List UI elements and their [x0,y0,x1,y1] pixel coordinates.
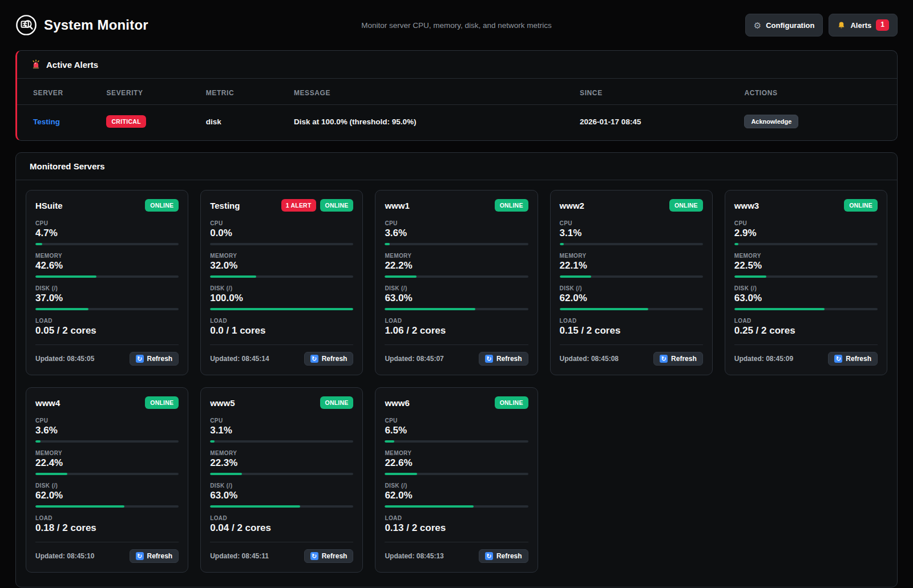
col-header-message: MESSAGE [288,79,574,105]
cpu-label: CPU [385,417,528,424]
disk-value: 62.0% [560,293,703,304]
memory-label: MEMORY [210,450,353,456]
updated-timestamp: Updated: 08:45:14 [210,355,269,363]
cpu-progress-bar [35,440,179,443]
memory-label: MEMORY [210,253,353,259]
cpu-metric: CPU 2.9% [734,220,878,245]
monitored-servers-panel: Monitored Servers HSuite ONLINE CPU 4.7%… [15,152,898,587]
memory-value: 22.3% [210,457,353,469]
disk-progress-bar [210,505,353,508]
memory-progress-bar [734,275,878,278]
cpu-progress-bar [385,243,528,245]
load-value: 0.0 / 1 cores [210,325,353,336]
disk-metric: DISK (/) 63.0% [734,285,878,310]
status-badge: ONLINE [844,199,878,212]
monitored-servers-header: Monitored Servers [16,153,897,180]
memory-progress-bar [210,473,353,475]
siren-icon [31,59,41,70]
cpu-label: CPU [385,220,528,226]
server-card: www2 ONLINE CPU 3.1% MEMORY 22.1% DISK (… [550,190,713,375]
load-metric: LOAD 0.13 / 2 cores [385,515,528,534]
disk-label: DISK (/) [560,285,703,291]
memory-value: 42.6% [35,260,179,271]
configuration-button-label: Configuration [766,21,814,30]
refresh-button-label: Refresh [496,355,522,363]
card-divider [35,542,179,542]
server-card: www3 ONLINE CPU 2.9% MEMORY 22.5% DISK (… [725,190,887,375]
memory-metric: MEMORY 42.6% [35,253,179,278]
load-value: 0.25 / 2 cores [734,325,878,336]
memory-metric: MEMORY 22.5% [734,253,878,278]
refresh-button-label: Refresh [322,552,348,560]
alerts-button[interactable]: Alerts 1 [829,14,898,37]
disk-progress-bar [35,308,179,310]
memory-value: 32.0% [210,260,353,271]
server-name: www3 [734,201,759,210]
load-value: 1.06 / 2 cores [385,325,528,336]
refresh-button-label: Refresh [147,355,173,363]
cpu-label: CPU [210,220,353,226]
memory-progress-bar [210,275,353,278]
cpu-progress-bar [734,243,878,245]
alerts-table-header-row: SERVER SEVERITY METRIC MESSAGE SINCE ACT… [17,79,897,105]
acknowledge-button[interactable]: Acknowledge [744,115,798,128]
cpu-metric: CPU 0.0% [210,220,353,245]
disk-value: 100.0% [210,293,353,304]
disk-value: 63.0% [210,490,353,501]
disk-label: DISK (/) [734,285,878,291]
alerts-count-badge: 1 [876,19,889,31]
disk-value: 63.0% [734,293,878,304]
memory-progress-bar [35,473,179,475]
cpu-label: CPU [560,220,703,226]
disk-value: 37.0% [35,293,179,304]
alert-server-link[interactable]: Testing [33,117,60,126]
configuration-button[interactable]: ⚙ Configuration [745,14,823,37]
status-badge: ONLINE [320,396,354,409]
load-metric: LOAD 0.05 / 2 cores [35,318,179,336]
memory-metric: MEMORY 22.6% [385,450,528,475]
load-value: 0.15 / 2 cores [560,325,703,336]
refresh-button[interactable]: ↻ Refresh [479,352,528,366]
card-divider [734,344,878,345]
cpu-value: 3.6% [35,425,179,436]
refresh-button[interactable]: ↻ Refresh [304,549,354,563]
refresh-icon: ↻ [136,355,144,363]
status-badge: ONLINE [495,396,528,409]
header-actions: ⚙ Configuration Alerts 1 [745,14,898,37]
server-card: www4 ONLINE CPU 3.6% MEMORY 22.4% DISK (… [26,387,188,573]
memory-progress-bar [385,473,528,475]
app-logo-icon [15,14,37,36]
updated-timestamp: Updated: 08:45:05 [35,355,94,363]
memory-value: 22.2% [385,260,528,271]
severity-badge: CRITICAL [106,115,146,128]
card-divider [210,344,353,345]
disk-metric: DISK (/) 62.0% [560,285,703,310]
refresh-button[interactable]: ↻ Refresh [130,352,179,366]
col-header-server: SERVER [17,79,100,105]
load-value: 0.04 / 2 cores [210,522,353,534]
memory-progress-bar [35,275,179,278]
disk-progress-bar [734,308,878,310]
load-value: 0.18 / 2 cores [35,522,179,534]
card-divider [35,344,179,345]
disk-label: DISK (/) [385,482,528,489]
col-header-since: SINCE [574,79,738,105]
col-header-metric: METRIC [200,79,288,105]
load-label: LOAD [35,318,179,324]
load-label: LOAD [734,318,878,324]
refresh-button[interactable]: ↻ Refresh [828,352,878,366]
load-label: LOAD [210,318,353,324]
refresh-button[interactable]: ↻ Refresh [479,549,528,563]
load-value: 0.05 / 2 cores [35,325,179,336]
refresh-icon: ↻ [834,355,842,363]
refresh-icon: ↻ [485,552,493,560]
refresh-button[interactable]: ↻ Refresh [653,352,703,366]
refresh-button[interactable]: ↻ Refresh [130,549,179,563]
cpu-metric: CPU 4.7% [35,220,179,245]
brand: System Monitor [15,14,148,36]
refresh-button[interactable]: ↻ Refresh [304,352,354,366]
alert-since: 2026-01-17 08:45 [574,105,738,141]
disk-progress-bar [560,308,703,310]
server-card: www5 ONLINE CPU 3.1% MEMORY 22.3% DISK (… [200,387,363,573]
active-alerts-title: Active Alerts [46,60,98,70]
